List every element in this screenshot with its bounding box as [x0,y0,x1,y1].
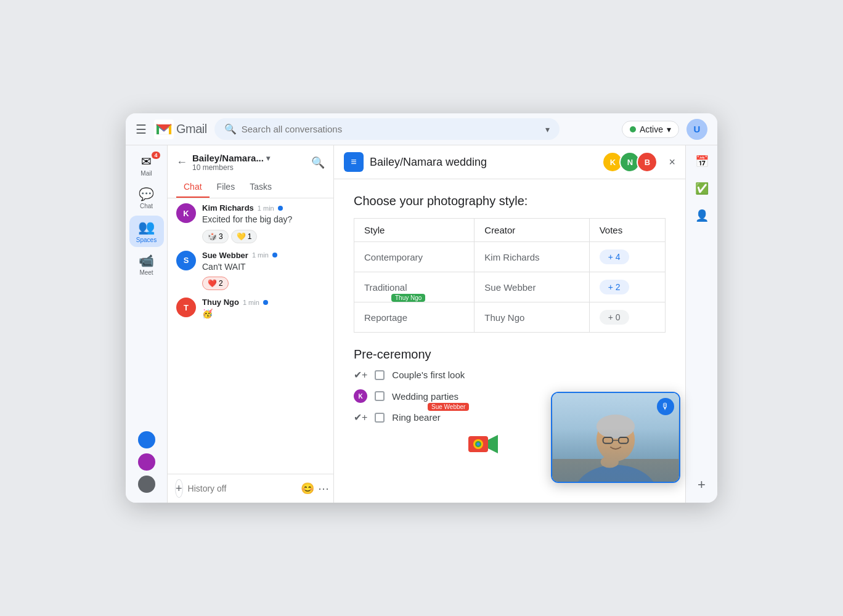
more-options-button[interactable]: ⋯ [318,482,329,495]
sidebar-item-chat[interactable]: 💬 Chat [129,183,164,213]
add-app-button[interactable]: + [698,477,706,493]
svg-rect-7 [619,437,629,444]
message-reactions: ❤️ 2 [202,277,325,290]
hamburger-menu[interactable]: ☰ [136,122,147,137]
add-attachment-button[interactable]: + [175,479,183,498]
sidebar-item-meet[interactable]: 📹 Meet [129,249,164,280]
vote-button[interactable]: + 0 [600,310,629,325]
video-call-thumbnail[interactable]: 🎙 [551,392,680,483]
online-indicator [272,253,277,257]
sidebar-bottom [138,426,155,498]
avatar: K [354,389,367,403]
color-dot-blue[interactable] [138,431,155,448]
online-indicator [263,300,268,305]
sidebar-label-spaces: Spaces [136,237,157,243]
message-content: Kim Richards 1 min Excited for the big d… [202,203,325,243]
chat-title-wrap: Bailey/Namara... ▾ 10 members [192,153,306,172]
table-row: Reportage Thuy Ngo Thuy Ngo + 0 [354,302,666,333]
chat-tabs: Chat Files Tasks [168,177,333,198]
reaction-emoji: 💛 [237,232,246,241]
checkbox[interactable] [375,413,385,423]
meet-icon-float[interactable] [465,426,502,463]
chat-members-count: 10 members [192,163,306,172]
message-time: 1 min [258,205,274,212]
style-cell: Contemporary [354,242,474,272]
reaction-count: 3 [219,232,223,241]
emoji-button[interactable]: 😊 [301,482,314,495]
back-button[interactable]: ← [176,156,187,169]
svg-point-9 [601,456,619,468]
list-item: S Sue Webber 1 min Can't WAIT ❤️ 2 [176,251,325,291]
pre-ceremony-title: Pre-ceremony [354,347,666,362]
contacts-button[interactable]: 👤 [691,205,713,227]
tab-files[interactable]: Files [210,177,243,198]
checkbox[interactable] [375,370,385,380]
creator-cell: Sue Webber [474,272,589,302]
table-header-creator: Creator [474,219,589,242]
search-input[interactable] [242,124,540,134]
checklist-item-label: Couple's first look [392,370,465,380]
check-add-icon: ✔+ [354,369,367,381]
photo-section-title: Choose your photography style: [354,194,666,208]
tab-chat[interactable]: Chat [176,177,210,198]
vote-button[interactable]: + 2 [600,280,629,294]
vote-button[interactable]: + 4 [600,249,629,264]
gmail-label: Gmail [176,122,207,136]
table-header-style: Style [354,219,474,242]
search-bar[interactable]: 🔍 ▾ [214,118,560,140]
style-text: Reportage [364,312,407,323]
video-mic-icon[interactable]: 🎙 [657,398,674,415]
mail-badge: 4 [152,152,160,159]
doc-collaborators: K N B [602,152,658,172]
sidebar-item-mail[interactable]: ✉ Mail 4 [129,150,164,180]
message-sender: Kim Richards [202,203,254,213]
active-dot [630,126,636,132]
message-time: 1 min [243,299,259,306]
sidebar-avatar-2[interactable] [138,476,155,493]
svg-rect-2 [553,459,678,482]
photography-style-table: Style Creator Votes Contemporary Kim Ric… [354,218,666,333]
chat-search-button[interactable]: 🔍 [311,156,325,169]
message-sender: Thuy Ngo [202,298,239,307]
reaction-button[interactable]: ❤️ 2 [202,277,229,290]
gmail-logo: Gmail [154,120,207,139]
votes-cell: + 4 [589,242,665,272]
reaction-button[interactable]: 💛 1 [231,230,258,243]
user-avatar[interactable]: U [686,119,707,140]
collaborator-avatar-3: B [637,152,658,172]
chat-panel: ← Bailey/Namara... ▾ 10 members 🔍 Chat F… [168,145,334,503]
creator-cell: Thuy Ngo [474,302,589,333]
cursor-label-sue: Sue Webber [428,403,469,411]
chat-icon: 💬 [139,187,154,201]
message-content: Thuy Ngo 1 min 🥳 [202,298,325,320]
list-item: T Thuy Ngo 1 min 🥳 [176,298,325,320]
message-text: 🥳 [202,308,325,320]
checkbox[interactable] [375,391,385,401]
message-reactions: 🎲 3 💛 1 [202,230,325,243]
tab-tasks[interactable]: Tasks [242,177,279,198]
sidebar-item-spaces[interactable]: 👥 Spaces [129,216,164,247]
message-text: Can't WAIT [202,261,325,274]
google-meet-icon [465,426,502,463]
topbar-right: Active ▾ U [622,119,707,140]
online-indicator [278,206,283,211]
tasks-button[interactable]: ✅ [691,177,713,200]
calendar-button[interactable]: 📅 [691,150,713,172]
creator-cell: Kim Richards [474,242,589,272]
list-item: K Kim Richards 1 min Excited for the big… [176,203,325,243]
chat-input-bar: + 😊 ⋯ ➤ [168,474,333,503]
reaction-button[interactable]: 🎲 3 [202,230,229,243]
table-row: Contemporary Kim Richards + 4 [354,242,666,272]
svg-point-5 [597,415,635,439]
topbar: ☰ Gmail 🔍 ▾ Active ▾ [126,113,717,145]
close-doc-button[interactable]: × [669,156,675,169]
chat-title-chevron-icon: ▾ [266,154,270,163]
chat-input[interactable] [188,484,296,493]
message-header: Kim Richards 1 min [202,203,325,213]
chat-group-name: Bailey/Namara... [192,153,264,163]
checklist-item-label: Wedding parties [392,391,458,402]
message-content: Sue Webber 1 min Can't WAIT ❤️ 2 [202,251,325,291]
active-status-badge[interactable]: Active ▾ [622,121,679,138]
sidebar-avatar-1[interactable] [138,453,155,471]
chat-header: ← Bailey/Namara... ▾ 10 members 🔍 [168,145,333,177]
